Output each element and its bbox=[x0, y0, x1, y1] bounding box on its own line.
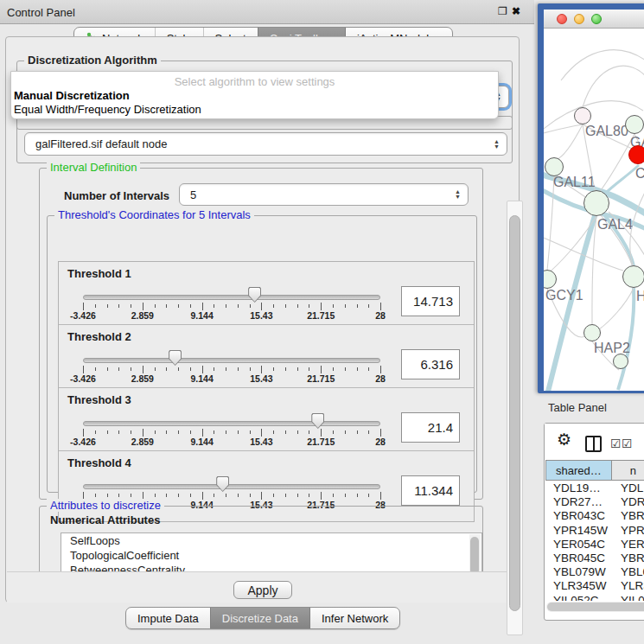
table-row[interactable]: YDR27…YDR2 bbox=[545, 495, 644, 509]
tab-impute-data[interactable]: Impute Data bbox=[126, 608, 210, 628]
gear-icon[interactable]: ⚙ bbox=[557, 430, 571, 450]
network-node[interactable] bbox=[622, 265, 644, 288]
table-cell-name[interactable]: YPR1 bbox=[614, 524, 644, 538]
numerical-attributes-heading: Numerical Attributes bbox=[50, 513, 160, 526]
combobox-value: 5 bbox=[190, 188, 196, 201]
tab-label: Infer Network bbox=[322, 612, 388, 625]
network-node[interactable] bbox=[583, 324, 601, 341]
table-cell-shared-name[interactable]: YPR145W bbox=[545, 524, 614, 538]
table-cell-name[interactable]: YBR0 bbox=[614, 509, 644, 523]
table-cell-name[interactable]: YER0 bbox=[614, 538, 644, 552]
number-of-intervals-combobox[interactable]: 5 ▲▼ bbox=[179, 183, 469, 206]
scrollbar-thumb[interactable] bbox=[547, 603, 644, 611]
tab-infer-network[interactable]: Infer Network bbox=[309, 608, 399, 628]
slider-track[interactable] bbox=[83, 358, 380, 363]
threshold-value-field[interactable]: 21.4 bbox=[401, 412, 460, 443]
tick-label: 15.43 bbox=[250, 373, 272, 384]
table-cell-name[interactable]: YDL1 bbox=[614, 481, 644, 495]
scrollbar-thumb[interactable] bbox=[509, 215, 520, 611]
menu-item-manual-discretization[interactable]: Manual Discretization bbox=[13, 89, 494, 102]
tick-label: 9.144 bbox=[190, 373, 213, 384]
network-view-window[interactable]: GAL80GACGAL11GAL4GCY1HHAP2 bbox=[538, 3, 644, 393]
cyni-toolbox-panel: Discretization Algorithm ▲▼ Table Data g… bbox=[5, 36, 520, 603]
table-cell-shared-name[interactable]: YBR045C bbox=[545, 552, 614, 565]
threshold-row: Threshold 3-3.4262.8599.14415.4321.71528… bbox=[59, 388, 474, 451]
table-panel-title: Table Panel bbox=[548, 401, 607, 414]
network-node[interactable] bbox=[628, 145, 644, 164]
threshold-label: Threshold 2 bbox=[67, 330, 131, 343]
minimize-traffic-light-icon[interactable] bbox=[574, 14, 584, 24]
list-item[interactable]: SelfLoops bbox=[61, 533, 481, 548]
table-cell-shared-name[interactable]: YIL052C bbox=[545, 594, 614, 602]
table-row[interactable]: YLR345WYLR3 bbox=[545, 579, 644, 593]
slider-tick-labels: -3.4262.8599.14415.4321.71528 bbox=[83, 437, 380, 449]
tick-label: 15.43 bbox=[250, 310, 272, 321]
scrollbar-thumb[interactable] bbox=[470, 537, 479, 575]
combobox-value: galFiltered.sif default node bbox=[35, 137, 167, 150]
checkbox-icon[interactable]: ☑ bbox=[610, 437, 622, 450]
threshold-value-field[interactable]: 6.316 bbox=[401, 349, 460, 379]
close-icon[interactable]: ✖ bbox=[512, 5, 520, 17]
column-header-name[interactable]: n bbox=[612, 460, 644, 481]
slider-thumb[interactable] bbox=[248, 287, 261, 303]
table-horizontal-scrollbar[interactable] bbox=[546, 602, 644, 612]
column-layout-icon[interactable] bbox=[585, 436, 602, 452]
table-cell-shared-name[interactable]: YER054C bbox=[545, 538, 614, 552]
network-node[interactable] bbox=[625, 115, 644, 134]
table-cell-name[interactable]: YBR0 bbox=[614, 552, 644, 565]
algorithm-dropdown-popup: Select algorithm to view settings Manual… bbox=[10, 71, 499, 119]
tab-discretize-data[interactable]: Discretize Data bbox=[210, 608, 309, 628]
node-label: C bbox=[635, 166, 644, 182]
table-data-combobox[interactable]: galFiltered.sif default node ▲▼ bbox=[24, 132, 507, 156]
network-node[interactable] bbox=[574, 107, 591, 124]
network-node[interactable] bbox=[545, 157, 564, 176]
slider-track[interactable] bbox=[83, 295, 380, 300]
table-row[interactable]: YIL052CYIL0 bbox=[545, 594, 644, 602]
table-cell-shared-name[interactable]: YLR345W bbox=[545, 579, 614, 593]
node-label: GAL80 bbox=[585, 124, 628, 139]
table-cell-shared-name[interactable]: YBL079W bbox=[545, 565, 614, 579]
network-canvas[interactable]: GAL80GACGAL11GAL4GCY1HHAP2 bbox=[544, 29, 644, 391]
tick-label: 9.144 bbox=[190, 310, 213, 321]
table-cell-shared-name[interactable]: YDR27… bbox=[545, 495, 614, 509]
slider-track[interactable] bbox=[83, 421, 380, 426]
close-traffic-light-icon[interactable] bbox=[557, 14, 567, 24]
slider-tick-labels: -3.4262.8599.14415.4321.71528 bbox=[83, 310, 380, 322]
table-cell-shared-name[interactable]: YDL19… bbox=[545, 481, 614, 495]
slider-track[interactable] bbox=[83, 484, 380, 489]
stepper-arrows-icon: ▲▼ bbox=[494, 139, 500, 150]
slider-thumb[interactable] bbox=[169, 350, 182, 366]
table-row[interactable]: YPR145WYPR1 bbox=[545, 524, 644, 538]
table-row[interactable]: YBL079WYBL0 bbox=[545, 565, 644, 579]
table-cell-name[interactable]: YIL0 bbox=[614, 594, 644, 602]
slider-thumb[interactable] bbox=[311, 413, 324, 429]
list-item[interactable]: TopologicalCoefficient bbox=[61, 548, 481, 563]
menu-item-equal-width-frequency[interactable]: Equal Width/Frequency Discretization bbox=[13, 103, 494, 116]
zoom-traffic-light-icon[interactable] bbox=[591, 14, 602, 24]
table-row[interactable]: YDL19…YDL1 bbox=[545, 481, 644, 495]
checkbox-icon[interactable]: ☑ bbox=[622, 437, 633, 450]
float-window-icon[interactable]: ❐ bbox=[498, 5, 507, 17]
network-node[interactable] bbox=[583, 190, 609, 216]
table-cell-name[interactable]: YDR2 bbox=[614, 495, 644, 509]
slider-thumb[interactable] bbox=[216, 476, 229, 492]
threshold-label: Threshold 3 bbox=[67, 393, 131, 406]
apply-button[interactable]: Apply bbox=[233, 581, 292, 599]
network-node[interactable] bbox=[613, 354, 628, 369]
threshold-value-field[interactable]: 11.344 bbox=[401, 475, 460, 506]
table-row[interactable]: YBR043CYBR0 bbox=[545, 509, 644, 523]
tick-label: 28 bbox=[375, 373, 386, 384]
tick-label: 21.715 bbox=[307, 437, 335, 447]
table-row[interactable]: YER054CYER0 bbox=[545, 538, 644, 552]
threshold-row: Threshold 2-3.4262.8599.14415.4321.71528… bbox=[59, 325, 474, 388]
threshold-value-field[interactable]: 14.713 bbox=[401, 286, 460, 316]
table-cell-name[interactable]: YBL0 bbox=[614, 565, 644, 579]
control-panel-titlebar: Control Panel ❐ ✖ bbox=[0, 0, 534, 24]
node-label: H bbox=[636, 289, 644, 304]
table-cell-name[interactable]: YLR3 bbox=[614, 579, 644, 593]
table-panel: ⚙ ☑ ☑ shared… n YDL19…YDL1YDR27…YDR2YBR0… bbox=[544, 423, 644, 621]
column-header-shared-name[interactable]: shared… bbox=[545, 460, 612, 481]
panel-scrollbar[interactable] bbox=[507, 201, 523, 635]
table-row[interactable]: YBR045CYBR0 bbox=[545, 552, 644, 565]
table-cell-shared-name[interactable]: YBR043C bbox=[545, 509, 614, 523]
